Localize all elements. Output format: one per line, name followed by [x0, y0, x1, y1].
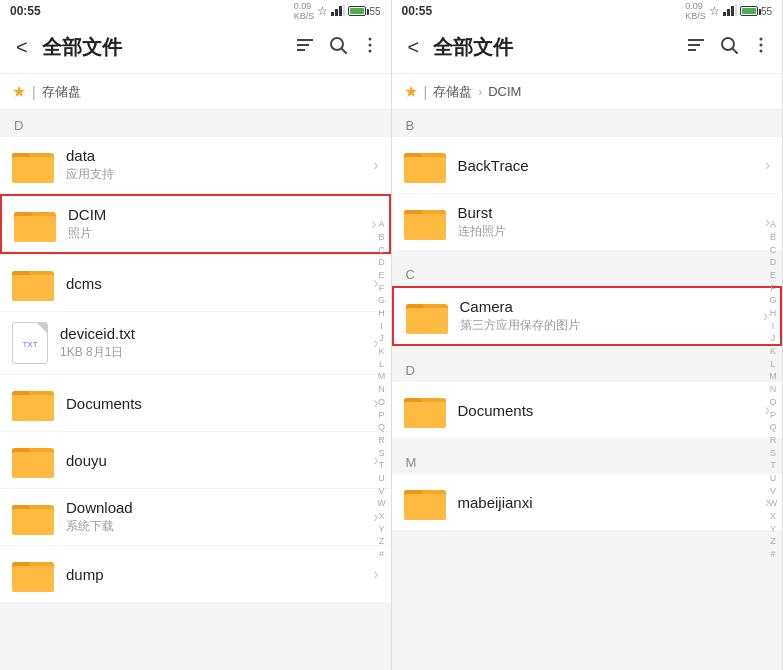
alpha-char[interactable]: G: [769, 295, 776, 307]
alpha-char[interactable]: J: [771, 333, 776, 345]
search-icon[interactable]: [329, 36, 347, 59]
more-icon[interactable]: [752, 36, 770, 59]
alpha-char[interactable]: L: [379, 359, 384, 371]
folder-icon: [406, 298, 448, 334]
alpha-char[interactable]: H: [378, 308, 385, 320]
alpha-char[interactable]: L: [770, 359, 775, 371]
alpha-char[interactable]: A: [770, 219, 776, 231]
file-name: Camera: [460, 298, 763, 315]
file-name: douyu: [66, 452, 373, 469]
alpha-char[interactable]: C: [770, 245, 777, 257]
svg-rect-50: [404, 214, 446, 240]
list-item[interactable]: Documents ›: [392, 382, 783, 438]
alpha-char[interactable]: Y: [770, 524, 776, 536]
list-item[interactable]: BackTrace ›: [392, 137, 783, 193]
alpha-char[interactable]: B: [378, 232, 384, 244]
breadcrumb-item[interactable]: 存储盘: [433, 83, 472, 101]
alpha-char[interactable]: R: [378, 435, 385, 447]
list-item[interactable]: Burst 连拍照片 ›: [392, 194, 783, 250]
list-item[interactable]: dcms ›: [0, 255, 391, 311]
status-time: 00:55: [402, 4, 433, 18]
alpha-char[interactable]: O: [378, 397, 385, 409]
alpha-char[interactable]: B: [770, 232, 776, 244]
alpha-char[interactable]: E: [378, 270, 384, 282]
alpha-char[interactable]: F: [379, 283, 385, 295]
sort-icon[interactable]: [686, 36, 706, 59]
alpha-char[interactable]: Q: [769, 422, 776, 434]
list-item[interactable]: TXT deviceid.txt 1KB 8月1日 ›: [0, 312, 391, 374]
svg-rect-1: [335, 9, 338, 16]
alpha-char[interactable]: W: [769, 498, 778, 510]
title-icons: [295, 36, 379, 59]
alpha-char[interactable]: S: [378, 448, 384, 460]
folder-icon: [12, 442, 54, 478]
alpha-char[interactable]: D: [378, 257, 385, 269]
breadcrumb-item[interactable]: DCIM: [488, 84, 521, 99]
list-item[interactable]: mabeijianxi ›: [392, 474, 783, 530]
list-item[interactable]: DCIM 照片 ›: [0, 194, 391, 254]
section-gap: [0, 603, 391, 611]
folder-icon: [12, 385, 54, 421]
breadcrumb-star[interactable]: ★: [12, 82, 26, 101]
back-button[interactable]: <: [12, 32, 32, 63]
alpha-char[interactable]: N: [770, 384, 777, 396]
list-item[interactable]: data 应用支持 ›: [0, 137, 391, 193]
alpha-char[interactable]: W: [377, 498, 386, 510]
back-button[interactable]: <: [404, 32, 424, 63]
alpha-char[interactable]: O: [769, 397, 776, 409]
alpha-char[interactable]: #: [379, 549, 384, 561]
alpha-char[interactable]: Z: [770, 536, 776, 548]
svg-rect-56: [404, 402, 446, 428]
more-icon[interactable]: [361, 36, 379, 59]
list-item[interactable]: Camera 第三方应用保存的图片 ›: [392, 286, 783, 346]
alpha-char[interactable]: E: [770, 270, 776, 282]
breadcrumb-star[interactable]: ★: [404, 82, 418, 101]
alpha-char[interactable]: D: [770, 257, 777, 269]
left-panel: 00:55 0.09KB/S ☆ 55 < 全部文件 ★ |存储盘D: [0, 0, 392, 670]
list-item[interactable]: douyu ›: [0, 432, 391, 488]
alpha-char[interactable]: V: [378, 486, 384, 498]
svg-rect-17: [14, 216, 56, 242]
search-icon[interactable]: [720, 36, 738, 59]
breadcrumb-item[interactable]: 存储盘: [42, 83, 81, 101]
svg-rect-32: [12, 566, 54, 592]
alpha-char[interactable]: K: [378, 346, 384, 358]
alpha-char[interactable]: R: [770, 435, 777, 447]
alpha-char[interactable]: M: [378, 371, 386, 383]
alpha-char[interactable]: I: [380, 321, 383, 333]
alpha-char[interactable]: F: [770, 283, 776, 295]
alpha-char[interactable]: S: [770, 448, 776, 460]
list-item[interactable]: Documents ›: [0, 375, 391, 431]
alpha-char[interactable]: U: [770, 473, 777, 485]
alpha-char[interactable]: P: [770, 410, 776, 422]
alpha-char[interactable]: N: [378, 384, 385, 396]
alpha-char[interactable]: G: [378, 295, 385, 307]
alpha-char[interactable]: Z: [379, 536, 385, 548]
file-name: BackTrace: [458, 157, 765, 174]
list-item[interactable]: dump ›: [0, 546, 391, 602]
alpha-char[interactable]: C: [378, 245, 385, 257]
alpha-char[interactable]: U: [378, 473, 385, 485]
sort-icon[interactable]: [295, 36, 315, 59]
battery-level: 55: [369, 6, 380, 17]
alpha-char[interactable]: H: [770, 308, 777, 320]
alpha-char[interactable]: M: [769, 371, 777, 383]
alpha-char[interactable]: V: [770, 486, 776, 498]
alpha-char[interactable]: X: [770, 511, 776, 523]
alpha-char[interactable]: P: [378, 410, 384, 422]
svg-rect-0: [331, 12, 334, 16]
alpha-char[interactable]: X: [378, 511, 384, 523]
file-info: DCIM 照片: [68, 206, 371, 242]
alpha-char[interactable]: K: [770, 346, 776, 358]
alpha-char[interactable]: T: [770, 460, 776, 472]
svg-rect-20: [12, 275, 54, 301]
alpha-char[interactable]: T: [379, 460, 385, 472]
list-item[interactable]: Download 系统下载 ›: [0, 489, 391, 545]
alpha-char[interactable]: J: [379, 333, 384, 345]
alpha-char[interactable]: Y: [378, 524, 384, 536]
alpha-char[interactable]: I: [772, 321, 775, 333]
alpha-char[interactable]: #: [770, 549, 775, 561]
alpha-char[interactable]: A: [378, 219, 384, 231]
alpha-char[interactable]: Q: [378, 422, 385, 434]
file-name: deviceid.txt: [60, 325, 373, 342]
